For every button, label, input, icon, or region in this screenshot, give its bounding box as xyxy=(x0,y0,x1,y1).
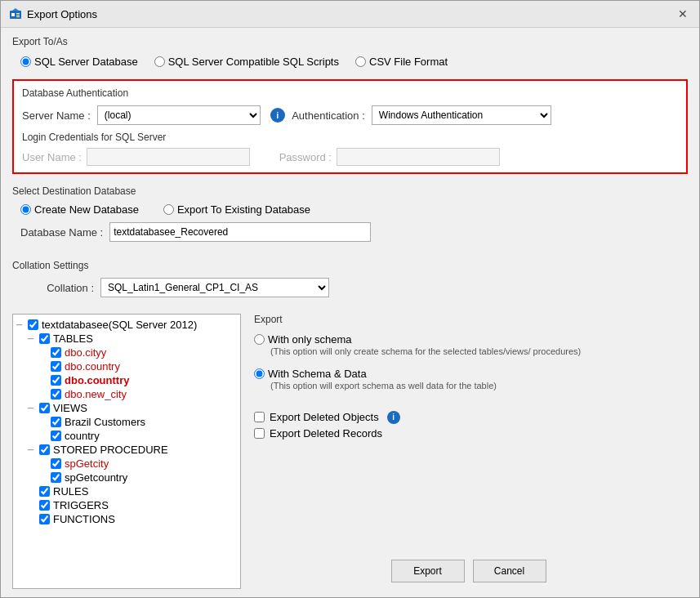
sql-server-db-option[interactable]: SQL Server Database xyxy=(20,56,138,68)
tree-label-country-view: country xyxy=(65,430,100,442)
svg-rect-4 xyxy=(16,15,20,16)
schema-data-radio[interactable] xyxy=(254,368,265,379)
tree-checkbox-new-city[interactable] xyxy=(51,389,61,399)
expand-rules xyxy=(28,487,36,496)
export-deleted-records-label[interactable]: Export Deleted Records xyxy=(254,427,382,440)
sql-server-db-radio[interactable] xyxy=(20,56,31,67)
tree-item-functions[interactable]: FUNCTIONS xyxy=(28,512,237,526)
tree-label-new-city: dbo.new_city xyxy=(65,388,127,400)
expand-stored-proc[interactable]: ─ xyxy=(28,445,36,454)
collation-select[interactable]: SQL_Latin1_General_CP1_CI_AS Latin1_Gene… xyxy=(100,278,329,297)
expand-spgetcountry xyxy=(39,473,47,482)
tree-item-spgetcity[interactable]: spGetcity xyxy=(39,457,237,471)
tree-item-country[interactable]: dbo.country xyxy=(39,359,237,373)
csv-format-label: CSV File Format xyxy=(369,56,448,68)
sql-scripts-option[interactable]: SQL Server Compatible SQL Scripts xyxy=(154,56,339,68)
tree-label-stored-proc: STORED PROCEDURE xyxy=(53,444,168,456)
dialog-title: Export Options xyxy=(27,8,675,20)
export-deleted-objects-checkbox[interactable] xyxy=(254,412,265,422)
tree-label-tables: TABLES xyxy=(53,332,93,345)
db-name-input[interactable] xyxy=(109,222,371,242)
tree-label-views: VIEWS xyxy=(53,402,87,414)
tree-checkbox-stored-proc[interactable] xyxy=(39,444,50,455)
collation-label: Collation : xyxy=(20,282,94,294)
csv-format-option[interactable]: CSV File Format xyxy=(355,56,448,68)
csv-format-radio[interactable] xyxy=(355,56,366,67)
close-button[interactable]: ✕ xyxy=(675,6,691,22)
login-creds-label: Login Credentials for SQL Server xyxy=(22,132,678,143)
expand-root[interactable]: ─ xyxy=(16,320,25,329)
password-field: Password : xyxy=(274,148,500,166)
tree-item-cityy[interactable]: dbo.cityy xyxy=(39,346,237,359)
tree-checkbox-country-view[interactable] xyxy=(51,431,61,441)
server-info-icon[interactable]: i xyxy=(270,108,285,123)
expand-counttry xyxy=(39,376,47,385)
tree-item-stored-proc[interactable]: ─ STORED PROCEDURE xyxy=(28,443,237,457)
schema-only-label[interactable]: With only schema xyxy=(254,333,352,346)
expand-views[interactable]: ─ xyxy=(28,404,36,413)
tree-checkbox-cityy[interactable] xyxy=(51,347,61,358)
export-to-as-options: SQL Server Database SQL Server Compatibl… xyxy=(12,51,688,73)
tree-item-counttry[interactable]: dbo.counttry xyxy=(39,373,237,387)
username-input[interactable] xyxy=(87,148,250,166)
tree-checkbox-root[interactable] xyxy=(28,319,38,330)
export-deleted-records-checkbox[interactable] xyxy=(254,428,265,439)
tree-item-triggers[interactable]: TRIGGERS xyxy=(28,498,237,512)
tree-item-views[interactable]: ─ VIEWS xyxy=(28,401,237,415)
sql-server-db-label: SQL Server Database xyxy=(34,56,138,68)
export-existing-db-option[interactable]: Export To Existing Database xyxy=(163,203,310,216)
export-panel: Export With only schema (This option wil… xyxy=(249,314,688,589)
tree-checkbox-spgetcountry[interactable] xyxy=(51,472,61,483)
tree-label-rules: RULES xyxy=(53,485,88,498)
create-new-db-radio[interactable] xyxy=(20,204,31,215)
db-name-row: Database Name : xyxy=(12,219,688,245)
tree-checkbox-tables[interactable] xyxy=(39,333,50,344)
tree-item-new-city[interactable]: dbo.new_city xyxy=(39,387,237,401)
export-deleted-objects-row: Export Deleted Objects i xyxy=(254,411,683,424)
tree-checkbox-counttry[interactable] xyxy=(51,375,61,386)
tree-checkbox-functions[interactable] xyxy=(39,514,50,524)
tree-checkbox-brazil[interactable] xyxy=(51,417,61,427)
sql-scripts-radio[interactable] xyxy=(154,56,165,67)
tree-checkbox-country[interactable] xyxy=(51,361,61,372)
collation-title: Collation Settings xyxy=(12,260,688,271)
schema-only-radio[interactable] xyxy=(254,334,265,345)
export-button[interactable]: Export xyxy=(391,560,465,582)
server-name-select[interactable]: (local) xyxy=(97,105,261,125)
expand-brazil xyxy=(39,417,47,426)
export-deleted-info-icon[interactable]: i xyxy=(387,411,400,424)
export-to-as-label: Export To/As xyxy=(12,36,688,47)
tree-item-root[interactable]: ─ textdatabasee(SQL Server 2012) xyxy=(16,318,237,332)
tree-item-tables[interactable]: ─ TABLES xyxy=(28,332,237,346)
schema-data-label[interactable]: With Schema & Data xyxy=(254,368,367,380)
tree-checkbox-views[interactable] xyxy=(39,403,50,413)
tree-item-brazil[interactable]: Brazil Customers xyxy=(39,415,237,429)
expand-tables[interactable]: ─ xyxy=(28,334,36,343)
tree-checkbox-spgetcity[interactable] xyxy=(51,458,61,469)
tree-item-country-view[interactable]: country xyxy=(39,429,237,443)
auth-select[interactable]: Windows Authentication SQL Server Authen… xyxy=(372,105,551,125)
tree-label-root: textdatabasee(SQL Server 2012) xyxy=(42,319,197,331)
collation-section: Collation Settings Collation : SQL_Latin… xyxy=(12,257,688,304)
database-auth-section: Database Authentication Server Name : (l… xyxy=(12,79,688,174)
dest-db-options: Create New Database Export To Existing D… xyxy=(12,200,688,219)
create-new-db-option[interactable]: Create New Database xyxy=(20,203,139,216)
export-deleted-records-row: Export Deleted Records xyxy=(254,427,683,440)
tree-item-rules[interactable]: RULES xyxy=(28,484,237,498)
expand-cityy xyxy=(39,348,47,357)
tree-checkbox-triggers[interactable] xyxy=(39,500,50,511)
password-input[interactable] xyxy=(337,148,500,166)
cancel-button[interactable]: Cancel xyxy=(473,560,546,582)
svg-rect-5 xyxy=(16,16,20,17)
app-icon xyxy=(9,7,22,20)
export-deleted-objects-label[interactable]: Export Deleted Objects xyxy=(254,411,379,423)
db-auth-title: Database Authentication xyxy=(22,87,678,99)
export-existing-db-label: Export To Existing Database xyxy=(177,203,310,216)
tree-item-spgetcountry[interactable]: spGetcountry xyxy=(39,471,237,484)
tree-checkbox-rules[interactable] xyxy=(39,486,50,497)
export-existing-db-radio[interactable] xyxy=(163,204,174,215)
tree-label-cityy: dbo.cityy xyxy=(65,346,106,359)
username-label: User Name : xyxy=(22,151,82,163)
expand-functions xyxy=(28,515,36,524)
tree-label-counttry: dbo.counttry xyxy=(65,374,129,386)
